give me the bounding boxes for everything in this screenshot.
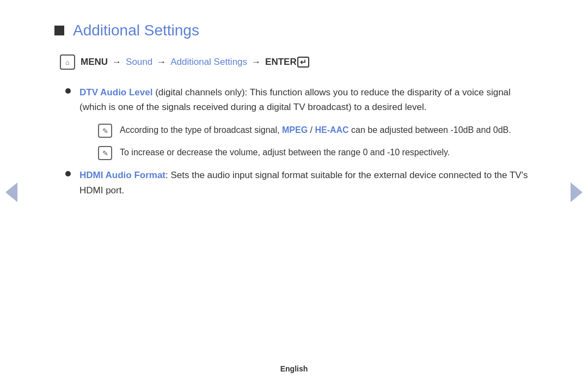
mpeg-label: MPEG <box>282 125 308 135</box>
note-list: ✎ According to the type of broadcast sig… <box>98 123 534 160</box>
dtv-bullet-content: DTV Audio Level (digital channels only):… <box>79 85 534 114</box>
footer-language: English <box>280 364 308 373</box>
menu-label: MENU <box>81 57 108 68</box>
breadcrumb-arrow-1: → <box>112 57 121 68</box>
breadcrumb-arrow-2: → <box>157 57 166 68</box>
content-area: Additional Settings MENU → Sound → Addit… <box>54 22 534 198</box>
bullet-item-dtv: DTV Audio Level (digital channels only):… <box>65 85 534 114</box>
breadcrumb-additional-settings: Additional Settings <box>170 57 247 68</box>
bullet-dot-icon-2 <box>65 171 71 176</box>
note-item-volume: ✎ To increase or decrease the volume, ad… <box>98 145 534 160</box>
breadcrumb-arrow-3: → <box>252 57 261 68</box>
title-row: Additional Settings <box>54 22 534 39</box>
bullet-dot-icon <box>65 88 71 94</box>
note-item-mpeg: ✎ According to the type of broadcast sig… <box>98 123 534 138</box>
bullet-item-hdmi: HDMI Audio Format: Sets the audio input … <box>65 168 534 197</box>
breadcrumb: MENU → Sound → Additional Settings → ENT… <box>60 54 534 70</box>
hdmi-audio-format-label: HDMI Audio Format <box>79 170 166 180</box>
title-square-icon <box>54 26 64 35</box>
page-container: Additional Settings MENU → Sound → Addit… <box>0 0 588 384</box>
breadcrumb-enter: ENTER↵ <box>265 57 309 68</box>
menu-icon <box>60 54 75 70</box>
note-volume-content: To increase or decrease the volume, adju… <box>120 145 450 160</box>
left-arrow-button[interactable] <box>5 182 17 202</box>
note-pencil-icon-1: ✎ <box>98 124 112 138</box>
bullet-list: DTV Audio Level (digital channels only):… <box>65 85 534 198</box>
breadcrumb-sound: Sound <box>126 57 152 68</box>
dtv-audio-level-label: DTV Audio Level <box>79 87 152 97</box>
note-pencil-icon-2: ✎ <box>98 146 112 160</box>
right-arrow-button[interactable] <box>571 182 583 202</box>
note-mpeg-content: According to the type of broadcast signa… <box>120 123 511 137</box>
hdmi-bullet-content: HDMI Audio Format: Sets the audio input … <box>79 168 534 197</box>
heaac-label: HE-AAC <box>315 125 348 135</box>
page-title: Additional Settings <box>73 22 199 39</box>
